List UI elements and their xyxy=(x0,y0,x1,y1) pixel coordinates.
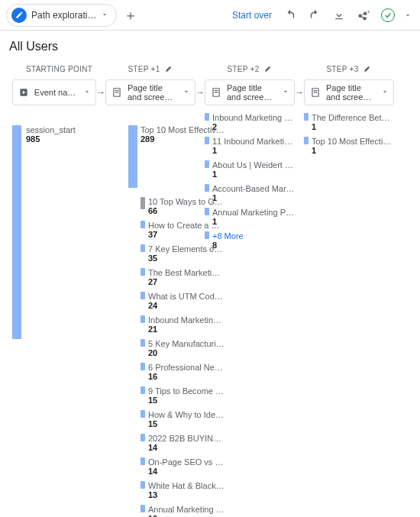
node-label: Inbound Marketing for … xyxy=(148,315,225,325)
node-value: 20 xyxy=(148,348,225,358)
event-icon xyxy=(18,86,30,99)
node-value: 14 xyxy=(148,443,225,453)
col-step3: Step +3 Page titleand scree… The Differe… xyxy=(304,61,394,160)
path-node[interactable]: Inbound Marketing for …21 xyxy=(141,315,225,334)
node-value: 1 xyxy=(212,193,295,203)
step1-dimension-select[interactable]: Page titleand scree… xyxy=(105,79,195,105)
node-label: 7 Key Elements of a Q… xyxy=(148,244,225,254)
path-node[interactable]: Annual Marketing Plan …12 xyxy=(141,505,225,517)
path-node[interactable]: Top 10 Most Effective …1 xyxy=(304,137,394,156)
step2-dimension-select[interactable]: Page titleand scree… xyxy=(205,79,295,105)
path-node[interactable]: What is UTM Code an…24 xyxy=(141,292,225,311)
status-menu-button[interactable] xyxy=(402,5,414,26)
node-value: 1 xyxy=(212,217,295,227)
node-label: 9 Tips to Become the … xyxy=(148,386,225,396)
node-value: 16 xyxy=(148,372,225,382)
node-label: Annual Marketing Plan … xyxy=(148,505,225,514)
pencil-icon[interactable] xyxy=(363,64,372,74)
path-node[interactable]: On-Page SEO vs Off-P…14 xyxy=(141,457,225,477)
path-node[interactable]: How & Why to Identify …15 xyxy=(141,410,225,429)
node-value: 289 xyxy=(141,134,225,144)
path-node[interactable]: 6 Professional Networ…16 xyxy=(141,363,225,382)
node-label: 10 Top Ways to Get M… xyxy=(148,197,225,206)
node-value: 1 xyxy=(312,146,394,156)
node-value: 13 xyxy=(148,490,225,500)
step3-dimension-select[interactable]: Page titleand scree… xyxy=(304,79,394,105)
page-icon xyxy=(309,86,321,99)
node-label: 6 Professional Networ… xyxy=(148,363,225,372)
arrow-icon: → xyxy=(295,87,304,98)
start-node[interactable]: session_start 985 xyxy=(26,125,76,144)
page-icon xyxy=(111,86,123,99)
path-node[interactable]: 2022 B2B BUYING BE…14 xyxy=(141,434,225,453)
arrow-icon: → xyxy=(195,87,205,98)
path-node[interactable]: 10 Top Ways to Get M…66 xyxy=(141,197,225,216)
canvas: All Users Starting point Event name → S xyxy=(0,31,420,261)
node-label: On-Page SEO vs Off-P… xyxy=(148,457,225,467)
node-value: 1 xyxy=(212,170,295,179)
path-node[interactable]: The Best Marketing Bu…27 xyxy=(141,268,225,287)
check-circle-icon xyxy=(381,8,395,22)
chevron-down-icon xyxy=(282,88,289,97)
node-value: 21 xyxy=(148,325,225,334)
node-value: 66 xyxy=(148,206,225,216)
step3-header: Step +3 xyxy=(304,61,394,76)
node-value: 15 xyxy=(148,396,225,406)
chevron-down-icon xyxy=(83,88,91,97)
node-value: 35 xyxy=(148,254,225,263)
arrow-icon: → xyxy=(96,87,105,98)
node-label: Top 10 Most Effective … xyxy=(141,125,225,134)
node-label: Inbound Marketing for … xyxy=(212,113,295,122)
chevron-down-icon xyxy=(101,10,108,21)
node-label: Annual Marketing Plan … xyxy=(212,208,295,217)
col-start: Starting point Event name xyxy=(12,61,96,105)
exploration-tab[interactable]: Path explorati… xyxy=(6,4,117,27)
node-label: 11 Inbound Marketing … xyxy=(212,137,295,146)
start-dimension-select[interactable]: Event name xyxy=(12,79,96,105)
path-node[interactable]: 5 Key Manufacturing C…20 xyxy=(141,339,225,358)
node-label: How & Why to Identify … xyxy=(148,410,225,419)
chevron-down-icon xyxy=(183,88,190,97)
pencil-icon[interactable] xyxy=(264,64,273,74)
node-label: How to Create a Mark… xyxy=(148,221,225,230)
node-value: 27 xyxy=(148,277,225,287)
node-label: About Us | Weidert Gro… xyxy=(212,160,295,170)
start-node-bar[interactable] xyxy=(12,125,21,339)
node-value: 12 xyxy=(148,514,225,517)
path-node[interactable]: 9 Tips to Become the …15 xyxy=(141,386,225,406)
node-value: 2 xyxy=(212,122,295,132)
add-tab-button[interactable]: ＋ xyxy=(120,5,141,26)
download-button[interactable] xyxy=(328,5,350,26)
redo-button[interactable] xyxy=(304,5,325,26)
node-value: 15 xyxy=(148,419,225,429)
node-value: 1 xyxy=(312,122,394,132)
step1-nodes: Top 10 Most Effective …28910 Top Ways to… xyxy=(141,125,225,517)
node-value: 37 xyxy=(148,230,225,240)
share-button[interactable]: + xyxy=(353,5,374,26)
svg-text:+: + xyxy=(367,8,371,15)
path-node[interactable]: White Hat & Black Hat …13 xyxy=(141,481,225,500)
node-label: +8 More xyxy=(212,231,295,241)
node-value: 1 xyxy=(212,146,295,156)
status-done-button[interactable] xyxy=(377,5,399,26)
node-label: Top 10 Most Effective … xyxy=(312,137,394,146)
path-node[interactable]: How to Create a Mark…37 xyxy=(141,221,225,240)
step1-main-bar[interactable] xyxy=(128,125,137,188)
node-value: 8 xyxy=(212,241,295,250)
step2-header: Step +2 xyxy=(205,61,295,76)
path-node[interactable]: Top 10 Most Effective …289 xyxy=(141,125,225,144)
node-label: White Hat & Black Hat … xyxy=(148,481,225,490)
node-label: The Best Marketing Bu… xyxy=(148,268,225,277)
segment-title: All Users xyxy=(9,40,58,53)
col-step1: Step +1 Page titleand scree… xyxy=(105,61,195,105)
start-over-button[interactable]: Start over xyxy=(228,7,276,24)
path-node[interactable]: 7 Key Elements of a Q…35 xyxy=(141,244,225,263)
node-label: Account-Based Market… xyxy=(212,184,295,193)
page-icon xyxy=(210,86,222,99)
node-label: What is UTM Code an… xyxy=(148,292,225,301)
path-node[interactable]: The Difference Betwee…1 xyxy=(304,113,394,132)
node-label: 5 Key Manufacturing C… xyxy=(148,339,225,348)
pencil-icon[interactable] xyxy=(165,64,173,74)
undo-button[interactable] xyxy=(279,5,301,26)
node-value: 24 xyxy=(148,301,225,311)
